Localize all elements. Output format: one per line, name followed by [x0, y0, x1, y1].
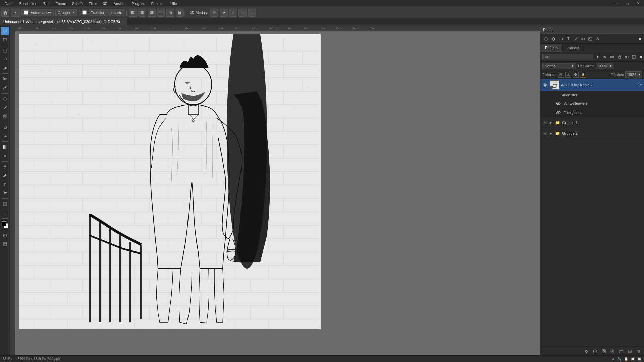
layer-item-apc0302[interactable]: APC_0302 Kopie 2 — [540, 79, 644, 91]
layer-folder-btn[interactable] — [618, 348, 625, 355]
layer-visible-icon[interactable] — [624, 54, 630, 60]
shape-circle-icon[interactable] — [543, 36, 549, 42]
document-tab-close[interactable]: × — [122, 20, 124, 23]
tool-more[interactable]: ··· — [1, 209, 9, 217]
tool-clone[interactable] — [1, 112, 9, 120]
shape-3d-icon[interactable]: 3D — [580, 36, 586, 42]
opacity-input[interactable]: 100% ▾ — [597, 63, 613, 69]
minimize-button[interactable]: ─ — [612, 0, 621, 8]
status-bar-icon-2[interactable]: 🔧 — [617, 357, 621, 361]
shape-vector-icon[interactable] — [595, 36, 601, 42]
maximize-button[interactable]: □ — [623, 0, 631, 8]
layer-lock-icon[interactable] — [616, 54, 623, 60]
shape-rect-icon[interactable] — [558, 36, 564, 42]
tool-quick-mask[interactable] — [1, 232, 9, 240]
status-bar-icon-5[interactable]: 🔲 — [637, 357, 641, 361]
home-button[interactable] — [1, 9, 9, 17]
menu-bild[interactable]: Bild — [41, 1, 52, 6]
layer-arrow-gruppe2[interactable]: ▶ — [550, 132, 553, 135]
menu-datei[interactable]: Datei — [2, 1, 16, 6]
menu-ansicht[interactable]: Ansicht — [111, 1, 128, 6]
layer-filter-icon[interactable] — [595, 54, 601, 60]
tool-gradient[interactable] — [1, 143, 9, 151]
align-middle-v-button[interactable] — [166, 9, 174, 17]
shape-line-icon[interactable] — [573, 36, 579, 42]
3d-orbit-button[interactable]: ○ — [238, 9, 247, 17]
3d-rotate-button[interactable]: ⟳ — [210, 9, 218, 17]
shape-diamond-icon[interactable] — [550, 36, 556, 42]
tool-wand[interactable] — [1, 64, 9, 72]
menu-bearbeiten[interactable]: Bearbeiten — [17, 1, 40, 6]
shape-image-icon[interactable] — [587, 36, 593, 42]
tool-history-brush[interactable] — [1, 123, 9, 131]
menu-3d[interactable]: 3D — [100, 1, 110, 6]
tool-brush[interactable] — [1, 104, 9, 112]
layer-type-search[interactable] — [542, 54, 593, 60]
document-tab-active[interactable]: Unbenannt-1-Wiederhergestellt bei 36,6% … — [0, 18, 127, 25]
tool-heal[interactable] — [1, 95, 9, 103]
auto-select-dropdown[interactable]: Auton. ausw. — [21, 9, 54, 16]
tool-lasso[interactable] — [1, 55, 9, 63]
3d-move-button[interactable]: ✛ — [220, 9, 228, 17]
tool-crop[interactable] — [1, 75, 9, 83]
menu-ebene[interactable]: Ebene — [53, 1, 69, 6]
layer-group-1[interactable]: ▶ 📁 Gruppe 1 — [540, 117, 644, 128]
color-swatches[interactable] — [1, 221, 9, 229]
menu-filter[interactable]: Filter — [86, 1, 99, 6]
tool-dodge[interactable] — [1, 163, 9, 171]
layer-eye-apc0302[interactable] — [542, 82, 548, 88]
menu-schrift[interactable]: Schrift — [69, 1, 85, 6]
layer-style-btn[interactable] — [592, 348, 598, 355]
menu-hilfe[interactable]: Hilfe — [167, 1, 180, 6]
auto-select-checkbox[interactable] — [24, 10, 28, 15]
canvas-viewport[interactable] — [15, 31, 540, 355]
move-tool-button[interactable] — [11, 9, 20, 17]
layer-eye-gruppe1[interactable] — [542, 120, 548, 125]
layer-eye-schwellenwert[interactable] — [556, 101, 561, 106]
layer-new-btn[interactable] — [627, 348, 633, 355]
tool-eraser[interactable] — [1, 132, 9, 140]
transform-dropdown[interactable]: Transformationsstr. — [89, 9, 125, 16]
layer-sub-filtergalerie[interactable]: Filtergalerie — [540, 108, 644, 117]
lock-move-btn[interactable] — [573, 72, 579, 78]
layer-adjust-icon[interactable] — [602, 54, 608, 60]
3d-scale-button[interactable]: ⤢ — [229, 9, 237, 17]
flaechen-input[interactable]: 100% ▾ — [625, 71, 642, 78]
layer-mask-btn[interactable] — [600, 348, 607, 355]
group-dropdown[interactable]: Gruppe ▾ — [55, 9, 77, 16]
layer-fx-apc0302[interactable] — [637, 82, 642, 88]
layer-artboard-icon[interactable] — [631, 54, 637, 60]
layer-eye-gruppe2[interactable] — [542, 131, 548, 136]
blend-mode-dropdown[interactable]: Normal ▾ — [542, 63, 576, 69]
tool-marquee[interactable] — [1, 47, 9, 55]
tool-type[interactable]: T — [1, 180, 9, 188]
tool-screen-mode[interactable] — [1, 240, 9, 248]
layer-eye-smartfilter[interactable] — [554, 92, 558, 98]
transform-checkbox[interactable] — [82, 10, 87, 15]
tab-ebenen[interactable]: Ebenen — [540, 44, 563, 52]
align-top-button[interactable] — [157, 9, 165, 17]
layer-group-2[interactable]: ▶ 📁 Gruppe 2 — [540, 128, 644, 139]
status-bar-icon-4[interactable]: 🔲 — [631, 357, 635, 361]
close-button[interactable]: ✕ — [634, 0, 642, 8]
tab-kanaele[interactable]: Kanäle — [563, 44, 584, 52]
layer-eye-filtergalerie[interactable] — [556, 110, 561, 115]
tool-shape[interactable] — [1, 200, 9, 208]
tool-artboard[interactable] — [1, 36, 9, 44]
status-bar-icon-3[interactable]: 📋 — [624, 357, 628, 361]
layer-group2-icon[interactable] — [609, 54, 615, 60]
menu-plugins[interactable]: Plug-ins — [129, 1, 148, 6]
menu-fenster[interactable]: Fenster — [149, 1, 166, 6]
layer-sub-schwellenwert[interactable]: Schwellenwert — [540, 99, 644, 108]
align-center-h-button[interactable] — [138, 9, 146, 17]
layer-adjustment-btn[interactable] — [609, 348, 616, 355]
tool-eyedropper[interactable] — [1, 84, 9, 92]
layer-delete-btn[interactable] — [635, 348, 642, 355]
layer-arrow-gruppe1[interactable]: ▶ — [550, 121, 553, 124]
shape-text-icon[interactable]: T — [565, 36, 571, 42]
align-right-button[interactable] — [148, 9, 156, 17]
layer-link-btn[interactable] — [583, 348, 590, 355]
lock-all-btn[interactable]: 🔒 — [580, 72, 586, 78]
lock-position-btn[interactable] — [558, 72, 564, 78]
tool-path-select[interactable] — [1, 189, 9, 197]
